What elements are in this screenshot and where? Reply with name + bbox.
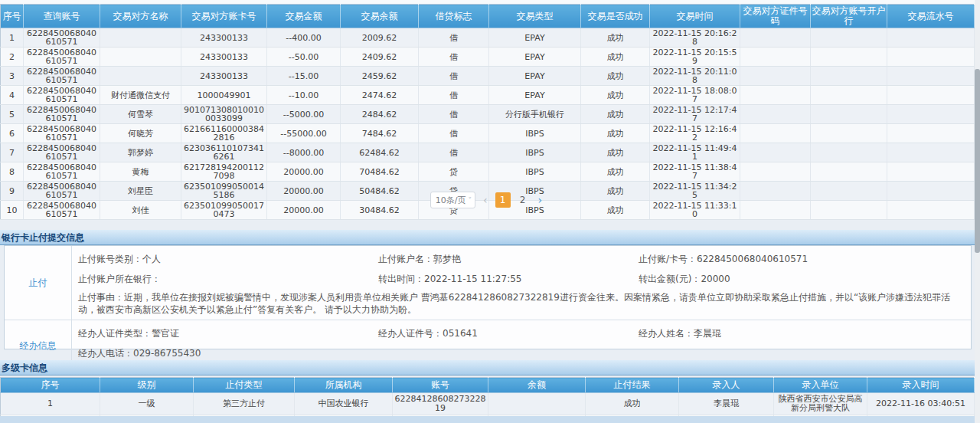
table-cell: --10.00	[267, 86, 341, 105]
table-cell: 1	[1, 28, 24, 48]
multi-card-section-title: 多级卡信息	[0, 360, 975, 375]
column-header: 交易对方账号开户行	[811, 5, 887, 28]
table-cell	[100, 28, 181, 48]
table-cell: 借	[419, 67, 489, 86]
column-header: 账号	[393, 378, 488, 393]
field-agent-phone: 经办人电话：029-86755430	[78, 347, 378, 360]
table-cell: 8	[1, 162, 24, 182]
table-cell	[811, 105, 887, 124]
table-cell: 2022-11-15 11:38:47	[650, 162, 740, 182]
table-cell: 贷	[419, 162, 489, 182]
next-page-button[interactable]: ›	[537, 194, 544, 206]
table-cell: 2022-11-15 20:11:08	[650, 67, 740, 86]
table-cell: 成功	[581, 67, 650, 86]
table-row: 56228450068040610571何雪琴90107130801001000…	[1, 105, 975, 124]
field-account-type: 止付账号类别：个人	[78, 253, 378, 266]
table-cell: 6228450068040610571	[24, 67, 100, 86]
table-cell: 何晓芳	[100, 124, 181, 143]
table-cell: 6217281942001127098	[181, 162, 267, 182]
table-cell	[887, 143, 975, 162]
column-header: 交易流水号	[887, 5, 975, 28]
page-number-button[interactable]: 1	[495, 192, 511, 208]
table-cell	[887, 48, 975, 67]
table-cell: IBPS	[489, 124, 581, 143]
table-cell	[740, 143, 811, 162]
table-cell: 6216611600003842816	[181, 124, 267, 143]
page-size-select[interactable]: 10条/页 ˅	[430, 192, 475, 208]
table-cell: 成功	[581, 28, 650, 48]
table-row: 36228450068040610571243300133--15.002459…	[1, 67, 975, 86]
table-cell: 2022-11-15 20:15:59	[650, 48, 740, 67]
table-cell: 7	[1, 143, 24, 162]
table-cell: 6228450068040610571	[24, 86, 100, 105]
table-cell	[887, 124, 975, 143]
table-cell: 243300133	[181, 28, 267, 48]
table-cell	[740, 124, 811, 143]
table-cell: 成功	[581, 124, 650, 143]
table-cell	[740, 67, 811, 86]
vertical-scrollbar[interactable]	[975, 0, 980, 423]
stop-reason-text: 止付事由：近期，我单位在接报刘妮被骗警情中，发现涉案人员利用贵单位相关账户 曹鸿…	[78, 289, 971, 318]
table-cell: 借	[419, 124, 489, 143]
table-cell: 6230361101073416261	[181, 143, 267, 162]
table-cell: 6228450068040610571	[24, 48, 100, 67]
field-bank: 止付账户所在银行：	[78, 273, 378, 286]
page-number-button[interactable]: 2	[515, 192, 531, 208]
table-cell	[811, 86, 887, 105]
table-cell: 何雪琴	[100, 105, 181, 124]
table-cell: 陕西省西安市公安局高新分局刑警大队	[774, 393, 867, 415]
table-cell: 70484.62	[341, 162, 419, 182]
stop-payment-section-title: 银行卡止付提交信息	[0, 230, 975, 245]
table-cell: EPAY	[489, 67, 581, 86]
pagination-bar: 10条/页 ˅ ‹ 12 ›	[0, 190, 974, 210]
table-cell: 2022-11-15 12:17:47	[650, 105, 740, 124]
column-header: 序号	[1, 5, 24, 28]
table-cell: 2	[1, 48, 24, 67]
table-cell	[887, 67, 975, 86]
column-header: 所属机构	[295, 378, 393, 393]
table-cell: 2022-11-15 20:16:28	[650, 28, 740, 48]
scrollbar-thumb[interactable]	[975, 69, 980, 253]
table-cell: 2459.62	[341, 67, 419, 86]
column-header: 交易是否成功	[581, 5, 650, 28]
table-cell: 中国农业银行	[295, 393, 393, 415]
table-cell	[811, 28, 887, 48]
table-cell: 成功	[581, 105, 650, 124]
table-cell	[887, 162, 975, 182]
transactions-header-row: 序号查询账号交易对方名称交易对方账卡号交易金额交易余额借贷标志交易类型交易是否成…	[1, 5, 975, 28]
table-cell: EPAY	[489, 48, 581, 67]
bottom-strip	[0, 416, 980, 423]
table-cell	[887, 28, 975, 48]
field-agent-name: 经办人姓名：李晨琨	[639, 327, 971, 340]
table-row: 1一级第三方止付中国农业银行6228412860827322819成功李晨琨陕西…	[1, 393, 975, 415]
column-header: 序号	[1, 378, 100, 393]
column-header: 级别	[100, 378, 194, 393]
table-cell: 2022-11-15 18:08:07	[650, 86, 740, 105]
column-header: 交易对方名称	[100, 5, 181, 28]
table-cell: 借	[419, 28, 489, 48]
transactions-table: 序号查询账号交易对方名称交易对方账卡号交易金额交易余额借贷标志交易类型交易是否成…	[0, 4, 975, 220]
field-agent-cert-type: 经办人证件类型：警官证	[78, 327, 378, 340]
prev-page-button[interactable]: ‹	[482, 194, 489, 206]
table-row: 46228450068040610571财付通微信支付1000049901--1…	[1, 86, 975, 105]
table-row: 76228450068040610571郭梦婷62303611010734162…	[1, 143, 975, 162]
table-cell	[100, 67, 181, 86]
table-cell: 2474.62	[341, 86, 419, 105]
table-cell	[740, 86, 811, 105]
column-header: 交易时间	[650, 5, 740, 28]
table-cell	[811, 48, 887, 67]
table-cell	[740, 105, 811, 124]
table-cell: 财付通微信支付	[100, 86, 181, 105]
table-cell: 6228450068040610571	[24, 143, 100, 162]
field-transfer-time: 转出时间：2022-11-15 11:27:55	[378, 273, 639, 286]
chevron-down-icon: ˅	[468, 196, 472, 204]
table-cell: 2484.62	[341, 105, 419, 124]
stop-payment-group: 止付 止付账号类别：个人 止付账户名：郭梦艳 止付账/卡号：6228450068…	[5, 246, 971, 320]
table-cell	[488, 393, 586, 415]
table-cell: 1	[1, 393, 100, 415]
table-cell: 借	[419, 86, 489, 105]
table-cell: 243300133	[181, 67, 267, 86]
table-cell: 成功	[581, 143, 650, 162]
table-cell: 成功	[581, 162, 650, 182]
column-header: 交易对方账卡号	[181, 5, 267, 28]
